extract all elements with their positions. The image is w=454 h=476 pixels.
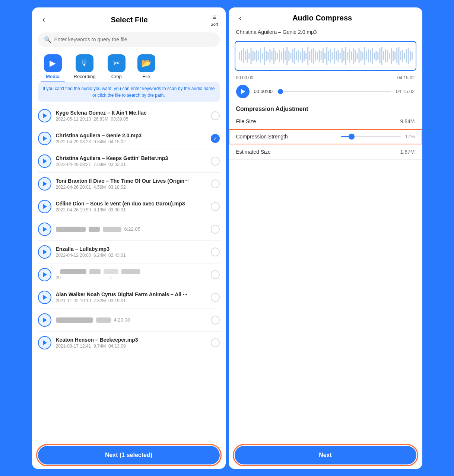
audio-file-label: Christina Aguilera – Genie 2.0.mp3 [229,26,422,38]
select-circle[interactable] [211,225,220,234]
slider-track[interactable] [341,136,401,137]
tab-file[interactable]: 📂 File [131,53,161,82]
right-back-button[interactable]: ‹ [236,13,245,23]
svg-rect-45 [324,53,325,59]
play-button[interactable] [38,109,51,122]
crop-icon: ✂ [108,54,126,72]
select-circle[interactable] [211,202,220,211]
svg-rect-62 [356,53,358,59]
left-panel-title: Select File [48,16,210,24]
svg-rect-24 [285,51,286,60]
svg-rect-71 [374,53,375,59]
playback-end: 04:15.02 [396,89,415,94]
file-size-label: File Size [236,118,256,124]
file-info: 4:20.08 [56,317,206,323]
select-circle[interactable] [211,157,220,166]
list-item[interactable]: Christina Aguilera – Keeps Gettin' Bette… [38,150,220,173]
play-button[interactable] [38,313,51,327]
sort-label: Sort [210,22,218,26]
file-size-value: 9.84M [400,118,415,124]
info-banner: If you can't find the audio you want, yo… [38,82,220,102]
file-info: - 20. / [56,269,206,280]
svg-rect-80 [390,48,391,64]
select-circle[interactable] [211,338,220,347]
play-button[interactable] [38,291,51,304]
play-button[interactable] [38,268,51,281]
tab-media[interactable]: ▶ Media [38,53,68,82]
select-circle[interactable] [211,111,220,120]
right-header: ‹ Audio Compress [229,7,422,26]
list-item[interactable]: Kygo Selena Gomez – It Ain't Me.flac 202… [38,105,220,127]
media-icon: ▶ [44,54,62,72]
list-item[interactable]: Alan Walker Noah Cyrus Digital Farm Anim… [38,286,220,309]
svg-rect-18 [273,48,274,64]
svg-rect-76 [383,51,384,60]
list-item[interactable]: 4:20.08 [38,309,220,332]
file-info: Toni Braxton Il Divo – The Time Of Our L… [56,178,206,190]
svg-rect-73 [377,52,378,60]
tab-crop[interactable]: ✂ Crop [102,53,131,82]
file-info: Kygo Selena Gomez – It Ain't Me.flac 202… [56,110,206,122]
left-back-button[interactable]: ‹ [39,15,48,25]
play-button[interactable] [38,154,51,168]
select-circle[interactable] [211,316,220,325]
playback-current: 00:00:00 [254,89,273,94]
svg-rect-9 [256,50,257,62]
waveform-svg [238,45,413,67]
right-panel-title: Audio Compress [245,14,400,22]
compression-strength-row[interactable]: Compression Strength 17% [229,129,422,144]
svg-rect-21 [279,50,280,62]
svg-rect-7 [252,51,253,61]
svg-rect-35 [305,53,307,59]
list-item[interactable]: 6:22.05 [38,218,220,241]
select-circle[interactable] [211,270,220,279]
svg-rect-49 [332,52,333,60]
svg-rect-55 [343,51,344,61]
svg-rect-41 [317,52,318,60]
svg-rect-53 [339,53,340,59]
list-item[interactable]: Keaton Henson – Beekeeper.mp3 2021-08-17… [38,332,220,354]
slider-thumb[interactable] [349,134,355,140]
select-circle-selected[interactable]: ✓ [211,134,220,143]
play-button[interactable] [38,245,51,259]
svg-rect-63 [358,48,359,63]
file-info: Christina Aguilera – Keeps Gettin' Bette… [56,155,206,167]
svg-rect-48 [330,49,331,63]
svg-rect-46 [326,47,327,65]
play-button[interactable] [38,223,51,236]
svg-rect-90 [409,51,410,61]
tab-recording[interactable]: 🎙 Recording [68,53,102,82]
list-item[interactable]: Toni Braxton Il Divo – The Time Of Our L… [38,173,220,195]
progress-bar[interactable] [277,91,391,92]
select-circle[interactable] [211,247,220,256]
list-item[interactable]: Enzalla – Lullaby.mp3 2022-04-12 20:00 6… [38,241,220,263]
select-circle[interactable] [211,293,220,302]
next-button-right[interactable]: Next [235,446,416,464]
next-button-left[interactable]: Next (1 selected) [38,446,220,464]
svg-rect-37 [309,51,310,60]
list-item[interactable]: - 20. / [38,263,220,286]
list-item[interactable]: Céline Dion – Sous le vent (en duo avec … [38,195,220,218]
svg-rect-78 [387,50,388,62]
svg-rect-60 [353,48,354,64]
tab-row: ▶ Media 🎙 Recording ✂ Crop 📂 File [32,50,226,82]
sort-button[interactable]: ≡ Sort [210,13,218,26]
play-button[interactable] [38,336,51,349]
svg-rect-23 [283,48,284,63]
select-circle[interactable] [211,179,220,188]
right-panel: ‹ Audio Compress Christina Aguilera – Ge… [229,7,422,469]
play-button[interactable] [38,132,51,145]
play-button[interactable] [38,200,51,213]
search-input[interactable] [54,36,214,42]
tab-crop-label: Crop [111,74,122,79]
list-item[interactable]: Christina Aguilera – Genie 2.0.mp3 2022-… [38,127,220,150]
play-button[interactable] [38,177,51,191]
compression-percent: 17% [404,134,415,139]
file-name: Christina Aguilera – Keeps Gettin' Bette… [56,155,206,161]
svg-rect-66 [364,47,365,65]
play-button-right[interactable] [236,85,250,98]
svg-rect-69 [370,50,371,62]
slider-container: 17% [288,134,415,139]
file-meta: 2022-04-29 08:23 9.84M 04:15.02 [56,139,206,144]
svg-rect-77 [385,49,386,63]
